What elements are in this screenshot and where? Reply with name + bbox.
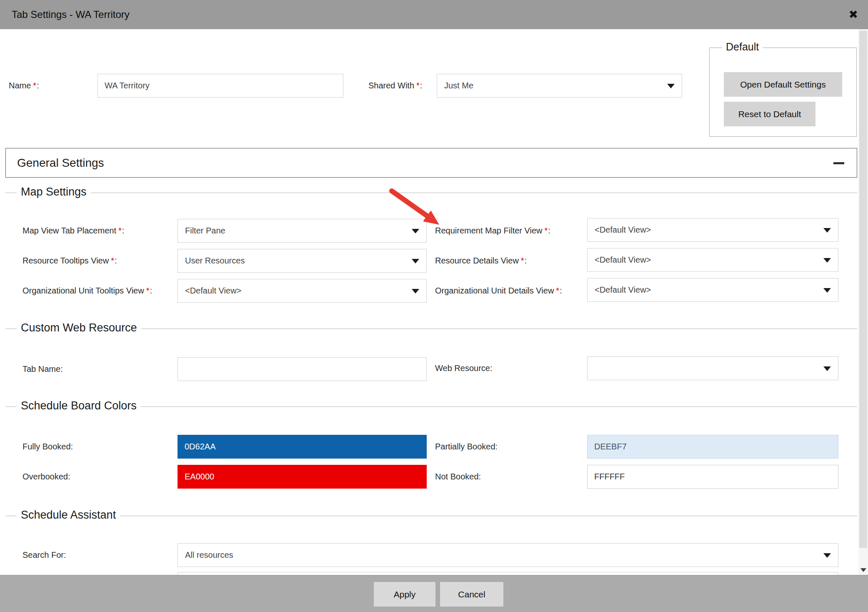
map-settings-legend: Map Settings [17,186,91,198]
schedule-assistant-legend: Schedule Assistant [17,509,120,522]
shared-with-label: Shared With*: [368,74,422,98]
vertical-scrollbar[interactable] [858,29,868,575]
map-view-tab-placement-label: Map View Tab Placement*: [23,219,124,243]
resource-tooltips-view-label: Resource Tooltips View*: [23,249,117,273]
apply-button[interactable]: Apply [374,582,435,607]
search-for-select[interactable]: All resources [178,543,838,567]
chevron-down-icon [823,288,831,293]
close-icon[interactable]: ✖ [848,0,858,29]
selected-value: All resources [185,544,233,567]
selected-value: <Default View> [185,279,241,302]
selected-value: Filter Pane [185,219,225,242]
dialog-title: Tab Settings - WA Territory [12,0,130,29]
default-group: Default Open Default Settings Reset to D… [709,48,857,137]
web-resource-label: Web Resource: [435,356,492,380]
footer-bar: Apply Cancel [0,575,868,612]
search-for-label: Search For: [23,543,66,567]
selected-value: <Default View> [595,248,651,271]
general-settings-title: General Settings [17,148,104,177]
tab-settings-dialog: Tab Settings - WA Territory ✖ Name*: Sha… [0,0,868,612]
map-view-tab-placement-select[interactable]: Filter Pane [178,219,427,243]
chevron-down-icon [823,366,831,371]
web-resource-select[interactable] [587,356,838,380]
chevron-down-icon [412,259,419,263]
overbooked-label: Overbooked: [23,465,70,489]
scroll-down-button[interactable] [858,565,868,575]
chevron-down-icon [823,228,831,233]
requirement-map-filter-view-label: Requirement Map Filter View*: [435,219,550,243]
default-group-legend: Default [722,41,763,53]
titlebar: Tab Settings - WA Territory ✖ [0,0,868,29]
open-default-settings-button[interactable]: Open Default Settings [724,72,842,97]
organizational-unit-details-view-select[interactable]: <Default View> [587,278,838,302]
scrollbar-thumb[interactable] [859,31,867,548]
chevron-down-icon [860,568,866,572]
requirement-map-filter-view-select[interactable]: <Default View> [587,218,838,242]
not-booked-color-input[interactable] [587,465,838,489]
partially-booked-color-input[interactable] [587,435,838,459]
custom-web-resource-legend: Custom Web Resource [17,321,141,334]
name-input[interactable] [98,74,343,98]
chevron-down-icon [412,289,419,293]
chevron-down-icon [823,258,831,263]
general-settings-header[interactable]: General Settings [5,148,857,178]
cancel-button[interactable]: Cancel [440,582,503,607]
partially-booked-label: Partially Booked: [435,435,498,459]
selected-value: User Resources [185,249,245,272]
selected-value: <Default View> [595,278,651,301]
chevron-down-icon [823,553,831,558]
organizational-unit-details-view-label: Organizational Unit Details View*: [435,279,562,303]
fully-booked-color-input[interactable] [178,435,427,459]
overbooked-color-input[interactable] [178,465,427,489]
chevron-down-icon [412,229,419,233]
not-booked-label: Not Booked: [435,465,481,489]
reset-to-default-button[interactable]: Reset to Default [724,102,815,126]
tab-name-label: Tab Name: [23,357,63,381]
resource-details-view-label: Resource Details View*: [435,249,527,273]
organizational-unit-tooltips-view-select[interactable]: <Default View> [178,279,427,303]
shared-with-select[interactable]: Just Me [437,74,682,98]
shared-with-value: Just Me [444,74,473,97]
resource-tooltips-view-select[interactable]: User Resources [178,249,427,273]
organizational-unit-tooltips-view-label: Organizational Unit Tooltips View*: [23,279,152,303]
selected-value: <Default View> [595,218,651,241]
fully-booked-label: Fully Booked: [23,435,73,459]
resource-details-view-select[interactable]: <Default View> [587,248,838,272]
schedule-board-colors-legend: Schedule Board Colors [17,399,141,412]
chevron-down-icon [667,84,675,88]
name-field-label: Name*: [9,74,39,98]
tab-name-input[interactable] [178,357,427,381]
collapse-icon[interactable] [833,162,844,164]
